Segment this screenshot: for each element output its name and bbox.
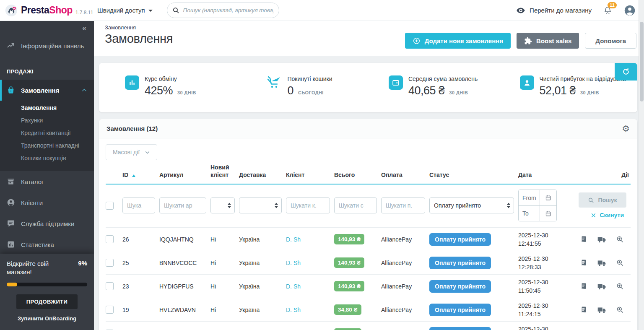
invoice-icon[interactable] [579,235,587,243]
invoice-icon[interactable] [579,259,587,267]
total-badge: 140,93 ₴ [334,234,364,244]
table-search-button[interactable]: Пошук [579,192,626,208]
kpi-period: 30 ДНІВ [449,90,468,95]
column-new-client[interactable]: Новий клієнт [210,162,239,184]
view-shop-link[interactable]: Перейти до магазину [516,6,592,15]
cell-reference: IQQJAHTNQ [159,228,210,251]
cell-payment: AlliancePay [381,298,429,322]
sidebar-item-customer-service[interactable]: Служба підтримки [0,213,94,234]
reset-filters-link[interactable]: Скинути [591,212,626,218]
submenu-item-orders[interactable]: Замовлення [21,101,94,114]
filter-payment-input[interactable] [381,197,425,213]
sidebar-collapse-button[interactable]: « [0,21,94,35]
cell-reference: HYDIGPFUS [159,275,210,298]
column-id[interactable]: ID [122,162,159,184]
customer-link[interactable]: D. Sh [286,260,301,266]
zoom-in-icon[interactable] [616,235,624,243]
delivery-truck-icon[interactable] [597,235,606,243]
delivery-truck-icon[interactable] [597,282,606,290]
page-scrollbar[interactable] [639,0,644,330]
sidebar-item-stats[interactable]: Статистика [0,234,94,255]
select-arrows-icon [228,203,231,208]
submenu-item-invoices[interactable]: Рахунки [21,114,94,127]
column-actions: Дії [574,162,631,184]
quick-access-menu[interactable]: Швидкий доступ [97,7,153,14]
profile-button[interactable] [624,5,636,16]
status-selected-value: Оплату прийнято [434,202,481,209]
sidebar-item-label: Каталог [21,178,44,185]
filter-new-client-select[interactable] [210,197,235,213]
row-checkbox[interactable] [106,282,114,290]
row-checkbox[interactable] [106,235,114,243]
sidebar-item-catalog[interactable]: Каталог [0,171,94,192]
submenu-item-shopping-carts[interactable]: Кошики покупців [21,152,94,164]
sidebar: « Інформаційна панель ПРОДАЖІ Замовлення [0,21,94,330]
prestashop-brand[interactable]: PrestaShop 1.7.8.11 [0,4,97,17]
help-label: Допомога [595,37,626,44]
table-row: 19 HVLZWDAVN Ні Україна D. Sh 34,80 ₴ Al… [106,298,631,322]
column-status[interactable]: Статус [429,162,518,184]
filter-customer-input[interactable] [286,197,330,213]
sidebar-item-dashboard[interactable]: Інформаційна панель [0,35,94,56]
customer-link[interactable]: D. Sh [286,307,301,313]
boost-sales-button[interactable]: Boost sales [517,33,579,49]
zoom-in-icon[interactable] [616,259,624,267]
column-customer[interactable]: Клієнт [286,162,334,184]
cell-payment: AlliancePay [381,322,429,330]
notifications-button[interactable]: 11 [603,6,612,15]
filter-reference-input[interactable] [159,197,206,213]
add-order-button[interactable]: Додати нове замовлення [405,33,511,49]
column-total[interactable]: Всього [334,162,381,184]
submenu-item-credit-slips[interactable]: Кредитні квитанції [21,127,94,139]
customer-link[interactable]: D. Sh [286,236,301,243]
filter-status-select[interactable]: Оплату прийнято [429,197,514,213]
onboarding-progressbar [7,283,87,286]
filter-date-to-input[interactable] [519,206,540,221]
row-checkbox[interactable] [106,259,114,267]
row-actions [574,259,627,267]
zoom-in-icon[interactable] [616,306,624,314]
column-date[interactable]: Дата [518,162,574,184]
scrollbar-thumb[interactable] [640,22,644,101]
help-button[interactable]: Допомога [585,33,636,49]
kpi-label: Покинуті кошики [288,75,332,82]
cell-delivery: Україна [239,275,286,298]
bulk-actions-button[interactable]: Масові дії [106,144,157,160]
search-icon [172,7,179,14]
filter-id-input[interactable] [122,197,155,213]
search-input[interactable] [183,7,273,13]
date-to-calendar-button[interactable] [540,206,556,221]
invoice-icon[interactable] [579,282,587,290]
sidebar-item-orders[interactable]: Замовлення [0,80,94,101]
delivery-truck-icon[interactable] [597,306,606,314]
select-all-checkbox[interactable] [106,202,114,210]
column-delivery[interactable]: Доставка [239,162,286,184]
chevron-down-icon [148,10,153,12]
row-checkbox[interactable] [106,306,114,314]
zoom-in-icon[interactable] [616,282,624,290]
filter-delivery-select[interactable] [239,197,282,213]
submenu-item-delivery-slips[interactable]: Транспортні накладні [21,139,94,152]
sort-asc-icon [132,174,135,177]
date-from-calendar-button[interactable] [540,190,556,205]
cell-payment: AlliancePay [381,251,429,275]
sidebar-item-label: Клієнти [21,199,43,206]
onboarding-continue-button[interactable]: ПРОДОВЖИТИ [16,294,78,309]
table-row: 18 UUSLVOSEE Ні Україна D. Sh 25,34 ₴ Al… [106,322,631,330]
column-payment[interactable]: Оплата [381,162,429,184]
refresh-kpis-button[interactable] [615,63,637,81]
customer-link[interactable]: D. Sh [286,283,301,290]
boost-sales-label: Boost sales [536,37,571,44]
sidebar-item-customers[interactable]: Клієнти [0,192,94,213]
status-badge: Оплату прийнято [429,233,491,246]
delivery-truck-icon[interactable] [597,259,606,267]
onboarding-panel: Відкрийте свій магазин! 9% ПРОДОВЖИТИ Зу… [0,254,94,330]
gear-icon[interactable]: ⚙ [622,124,630,133]
main-content: Курс обміну 425% 30 ДНІВ Покинуті кошики [94,56,644,330]
column-reference[interactable]: Артикул [159,162,210,184]
onboarding-stop-link[interactable]: Зупинити OnBoarding [7,315,87,322]
filter-date-from-input[interactable] [519,190,540,205]
filter-total-input[interactable] [334,197,377,213]
invoice-icon[interactable] [579,306,587,314]
global-search[interactable] [167,3,279,18]
